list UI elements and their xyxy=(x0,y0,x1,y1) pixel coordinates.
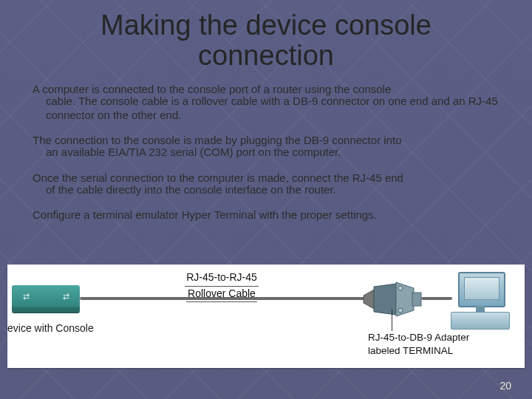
cable-label-top: RJ-45-to-RJ-45 xyxy=(185,270,259,287)
cable-label-bottom: Rollover Cable xyxy=(186,287,257,303)
adapter-label: RJ-45-to-DB-9 Adapter labeled TERMINAL xyxy=(368,331,469,358)
p1-line1: A computer is connected to the console p… xyxy=(33,83,391,95)
computer-icon xyxy=(451,272,508,330)
paragraph-4: Configure a terminal emulator Hyper Term… xyxy=(33,208,499,222)
p3-line1: Once the serial connection to the comput… xyxy=(33,171,403,184)
db9-adapter-icon xyxy=(362,281,423,318)
svg-rect-3 xyxy=(412,293,421,306)
page-number: 20 xyxy=(499,380,511,392)
svg-point-4 xyxy=(398,286,403,290)
svg-marker-0 xyxy=(364,290,374,309)
slide-body: A computer is connected to the console p… xyxy=(0,75,532,222)
diagram: ⇄⇄ evice with Console RJ-45-to-RJ-45 Rol… xyxy=(7,265,525,368)
adapter-callout-line xyxy=(392,309,392,331)
adapter-label-bottom: labeled TERMINAL xyxy=(368,344,469,358)
paragraph-3: Once the serial connection to the comput… xyxy=(33,171,499,197)
switch-arrows-icon: ⇄⇄ xyxy=(23,290,69,303)
svg-marker-1 xyxy=(374,284,396,315)
p3-rest: of the cable directly into the console i… xyxy=(33,183,499,197)
p2-line1: The connection to the console is made by… xyxy=(33,134,401,146)
p1-rest: cable. The console cable is a rollover c… xyxy=(33,95,499,122)
slide-title: Making the device console connection xyxy=(0,0,532,75)
pc-tower-icon xyxy=(451,312,510,330)
slide: Making the device console connection A c… xyxy=(0,0,532,399)
p2-rest: an available EIA/TIA 232 serial (COM) po… xyxy=(33,146,499,159)
paragraph-2: The connection to the console is made by… xyxy=(33,134,499,160)
device-label: evice with Console xyxy=(7,322,94,334)
switch-icon: ⇄⇄ xyxy=(12,285,80,312)
adapter-label-top: RJ-45-to-DB-9 Adapter xyxy=(368,331,469,344)
monitor-icon xyxy=(458,272,505,307)
diagram-inner: ⇄⇄ evice with Console RJ-45-to-RJ-45 Rol… xyxy=(7,265,525,368)
svg-point-5 xyxy=(398,308,403,313)
monitor-stand-icon xyxy=(476,306,485,312)
p4-text: Configure a terminal emulator Hyper Term… xyxy=(33,208,377,221)
adapter-to-pc-cable-icon xyxy=(421,297,452,300)
paragraph-1: A computer is connected to the console p… xyxy=(33,83,499,122)
cable-labels: RJ-45-to-RJ-45 Rollover Cable xyxy=(155,270,288,302)
